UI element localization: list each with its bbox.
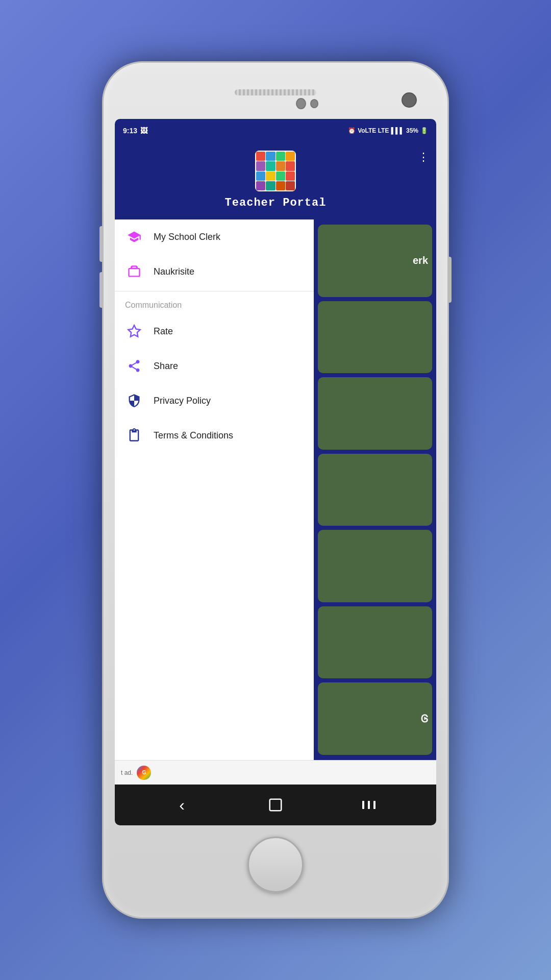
- logo-cell: [286, 181, 295, 190]
- svg-rect-4: [373, 801, 375, 809]
- app-logo: [255, 151, 296, 191]
- navigation-bar: ‹: [115, 785, 436, 825]
- back-button[interactable]: ‹: [167, 790, 197, 820]
- rate-label: Rate: [154, 326, 173, 337]
- bg-card-6: [318, 606, 432, 679]
- menu-item-share[interactable]: Share: [115, 349, 314, 383]
- alarm-icon: ⏰: [348, 127, 356, 134]
- bg-card-text-7: Ꮆ: [421, 713, 428, 725]
- ad-logo: G: [137, 766, 151, 780]
- selfie-camera: [402, 92, 417, 108]
- ad-bar: t ad. G: [115, 760, 436, 785]
- app-title: Teacher Portal: [225, 197, 327, 209]
- logo-cell: [266, 172, 275, 181]
- briefcase-icon: [125, 262, 143, 281]
- overflow-menu-button[interactable]: ⋮: [418, 151, 429, 164]
- app-header: ⋮ Teacher Portal: [115, 142, 436, 219]
- menu-item-my-school-clerk[interactable]: My School Clerk: [115, 219, 314, 254]
- communication-section-header: Communication: [115, 293, 314, 314]
- battery-icon: 🔋: [420, 127, 428, 134]
- logo-cell: [256, 161, 265, 170]
- logo-cell: [256, 152, 265, 161]
- naukrisite-label: Naukrisite: [154, 266, 194, 277]
- logo-cell: [276, 152, 285, 161]
- logo-cell: [276, 181, 285, 190]
- bg-card-text-1: erk: [413, 255, 428, 266]
- document-icon: [125, 426, 143, 445]
- logo-grid: [255, 151, 296, 191]
- svg-rect-2: [362, 801, 364, 809]
- svg-rect-1: [270, 799, 282, 811]
- ad-text: t ad.: [121, 769, 133, 776]
- phone-outer: 9:13 🖼 ⏰ VoLTE LTE ▌▌▌ 35% 🔋: [102, 61, 449, 919]
- screen: 9:13 🖼 ⏰ VoLTE LTE ▌▌▌ 35% 🔋: [115, 119, 436, 825]
- signal-bars: ▌▌▌: [391, 127, 404, 134]
- svg-rect-3: [368, 801, 370, 809]
- navigation-drawer: My School Clerk Naukrisite Communica: [115, 219, 314, 760]
- camera-dot-2: [310, 99, 318, 108]
- star-icon: [125, 322, 143, 340]
- logo-cell: [266, 161, 275, 170]
- home-button[interactable]: [247, 837, 304, 893]
- recents-button[interactable]: [354, 790, 384, 820]
- bg-card-2: [318, 301, 432, 374]
- volume-down-button[interactable]: [99, 272, 104, 308]
- logo-cell: [286, 152, 295, 161]
- status-bar: 9:13 🖼 ⏰ VoLTE LTE ▌▌▌ 35% 🔋: [115, 119, 436, 142]
- status-right: ⏰ VoLTE LTE ▌▌▌ 35% 🔋: [348, 127, 428, 134]
- my-school-clerk-label: My School Clerk: [154, 232, 220, 242]
- bg-card-4: [318, 454, 432, 526]
- privacy-policy-label: Privacy Policy: [154, 396, 211, 406]
- logo-cell: [256, 172, 265, 181]
- svg-marker-0: [128, 325, 140, 336]
- menu-item-terms[interactable]: Terms & Conditions: [115, 418, 314, 453]
- menu-item-privacy-policy[interactable]: Privacy Policy: [115, 383, 314, 418]
- shield-icon: [125, 391, 143, 410]
- menu-item-naukrisite[interactable]: Naukrisite: [115, 254, 314, 289]
- logo-cell: [286, 172, 295, 181]
- divider: [115, 291, 314, 291]
- volume-up-button[interactable]: [99, 226, 104, 262]
- signal-label: VoLTE LTE: [358, 127, 389, 134]
- logo-cell: [266, 152, 275, 161]
- time: 9:13: [123, 127, 137, 135]
- share-label: Share: [154, 361, 178, 372]
- logo-cell: [276, 172, 285, 181]
- logo-cell: [256, 181, 265, 190]
- content-area: My School Clerk Naukrisite Communica: [115, 219, 436, 760]
- logo-cell: [266, 181, 275, 190]
- logo-cell: [276, 161, 285, 170]
- share-icon: [125, 357, 143, 375]
- logo-cell: [286, 161, 295, 170]
- terms-label: Terms & Conditions: [154, 430, 233, 441]
- front-camera: [296, 97, 318, 110]
- speaker-grille: [235, 89, 316, 95]
- power-button[interactable]: [447, 257, 452, 303]
- image-icon: 🖼: [140, 127, 147, 135]
- battery-label: 35%: [406, 127, 418, 134]
- home-nav-button[interactable]: [260, 790, 291, 820]
- camera-dot-1: [296, 98, 306, 109]
- graduation-icon: [125, 228, 143, 246]
- status-left: 9:13 🖼: [123, 127, 147, 135]
- menu-item-rate[interactable]: Rate: [115, 314, 314, 349]
- main-content-background: erk Ꮆ: [314, 219, 436, 760]
- phone-screen: 9:13 🖼 ⏰ VoLTE LTE ▌▌▌ 35% 🔋: [115, 119, 436, 825]
- bg-card-7: Ꮆ: [318, 682, 432, 755]
- bg-card-5: [318, 530, 432, 602]
- bg-card-1: erk: [318, 225, 432, 297]
- bg-card-3: [318, 377, 432, 450]
